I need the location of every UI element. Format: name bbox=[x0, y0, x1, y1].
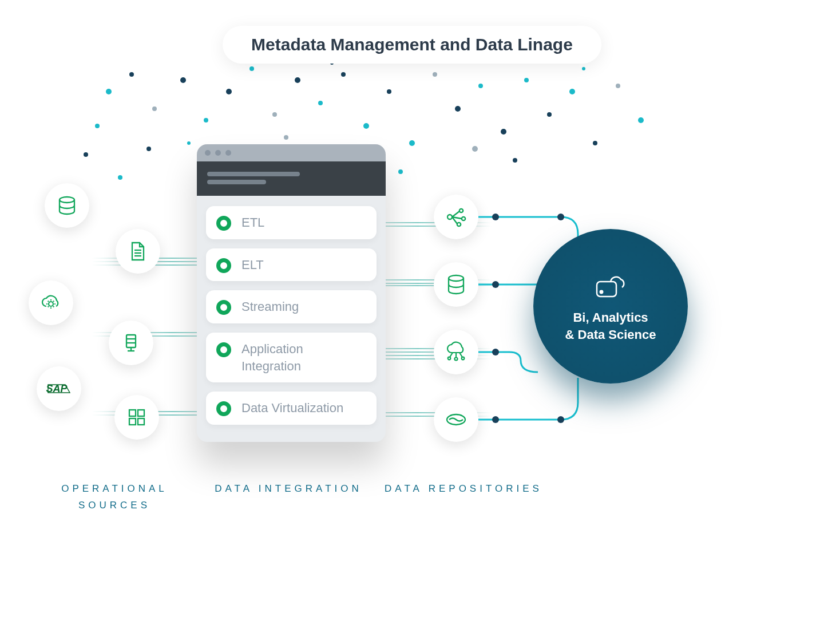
svg-rect-73 bbox=[597, 282, 616, 297]
integration-label: Data Virtualization bbox=[241, 400, 343, 417]
svg-rect-49 bbox=[138, 410, 144, 416]
svg-point-41 bbox=[49, 302, 53, 306]
integration-label: Application Integration bbox=[241, 341, 365, 374]
svg-line-62 bbox=[450, 353, 453, 357]
integration-item-etl: ETL bbox=[206, 206, 377, 239]
svg-point-8 bbox=[295, 77, 300, 83]
svg-point-6 bbox=[249, 66, 254, 71]
radio-icon bbox=[216, 300, 231, 315]
svg-point-25 bbox=[118, 175, 122, 180]
integration-list: ETL ELT Streaming Application Integratio… bbox=[197, 196, 386, 442]
sap-label: SAP bbox=[46, 383, 67, 395]
cloud-network-icon bbox=[434, 330, 478, 374]
svg-point-4 bbox=[204, 118, 208, 123]
svg-point-15 bbox=[455, 106, 461, 112]
bi-text-line1: Bi, Analytics bbox=[573, 310, 648, 325]
data-repositories-icons bbox=[434, 195, 502, 452]
radio-icon bbox=[216, 216, 231, 231]
cloud-gear-icon bbox=[29, 280, 73, 325]
svg-line-64 bbox=[459, 353, 462, 357]
svg-point-17 bbox=[501, 129, 506, 135]
file-icon bbox=[116, 229, 160, 274]
svg-rect-51 bbox=[138, 418, 144, 425]
datastore-icon bbox=[434, 262, 478, 307]
svg-point-3 bbox=[180, 77, 186, 83]
integration-label: ETL bbox=[241, 214, 264, 231]
svg-point-71 bbox=[557, 214, 564, 220]
svg-point-23 bbox=[638, 117, 644, 123]
bi-text-line2: & Data Science bbox=[565, 327, 656, 342]
diagram-title: Metadata Management and Data Linage bbox=[223, 26, 601, 64]
svg-point-74 bbox=[600, 291, 603, 293]
svg-rect-50 bbox=[129, 418, 136, 425]
svg-point-72 bbox=[557, 416, 564, 423]
svg-point-2 bbox=[152, 106, 157, 111]
bi-cloud-device-icon bbox=[593, 269, 628, 300]
radio-icon bbox=[216, 342, 231, 357]
integration-label: Streaming bbox=[241, 298, 299, 315]
radio-icon bbox=[216, 258, 231, 273]
svg-point-1 bbox=[129, 72, 134, 77]
integration-item-streaming: Streaming bbox=[206, 290, 377, 323]
svg-point-0 bbox=[106, 89, 112, 94]
svg-point-61 bbox=[455, 358, 458, 361]
data-lake-icon bbox=[434, 397, 478, 442]
data-integration-window: ETL ELT Streaming Application Integratio… bbox=[197, 144, 386, 442]
svg-point-52 bbox=[447, 215, 452, 219]
integration-item-elt: ELT bbox=[206, 248, 377, 282]
svg-point-33 bbox=[582, 67, 585, 70]
svg-point-31 bbox=[187, 141, 191, 145]
svg-point-18 bbox=[524, 78, 529, 82]
svg-point-65 bbox=[462, 357, 465, 360]
svg-point-28 bbox=[398, 169, 403, 174]
integration-item-app-integration: Application Integration bbox=[206, 333, 377, 382]
svg-point-63 bbox=[448, 357, 451, 360]
svg-point-37 bbox=[60, 197, 74, 203]
operational-sources-icons: SAP bbox=[29, 183, 177, 458]
svg-point-14 bbox=[433, 72, 437, 77]
app-grid-icon bbox=[114, 395, 159, 440]
svg-point-34 bbox=[472, 146, 478, 152]
svg-point-13 bbox=[409, 140, 415, 146]
graph-network-icon bbox=[434, 195, 478, 239]
svg-point-59 bbox=[449, 275, 464, 281]
svg-point-36 bbox=[84, 152, 88, 157]
svg-rect-48 bbox=[129, 410, 136, 416]
svg-point-9 bbox=[318, 101, 323, 105]
svg-point-21 bbox=[593, 141, 597, 145]
svg-point-29 bbox=[513, 158, 517, 163]
window-titlebar bbox=[197, 144, 386, 161]
svg-point-54 bbox=[462, 217, 465, 220]
svg-point-27 bbox=[284, 135, 288, 140]
svg-point-5 bbox=[226, 89, 232, 94]
svg-point-11 bbox=[363, 123, 369, 129]
integration-item-data-virtualization: Data Virtualization bbox=[206, 392, 377, 425]
svg-point-19 bbox=[547, 112, 552, 117]
bi-analytics-circle: Bi, Analytics & Data Science bbox=[533, 229, 688, 384]
svg-point-24 bbox=[146, 147, 151, 151]
svg-point-16 bbox=[478, 84, 483, 88]
svg-line-56 bbox=[452, 211, 459, 217]
window-menubar bbox=[197, 161, 386, 196]
svg-point-7 bbox=[272, 112, 277, 117]
radio-icon bbox=[216, 401, 231, 416]
svg-rect-42 bbox=[126, 335, 136, 347]
column-label-operational-sources: OPERATIONAL SOURCES bbox=[40, 481, 189, 514]
svg-point-10 bbox=[341, 72, 346, 77]
svg-point-12 bbox=[387, 89, 391, 94]
integration-label: ELT bbox=[241, 256, 264, 274]
svg-point-20 bbox=[569, 89, 575, 94]
svg-point-55 bbox=[457, 223, 461, 226]
column-label-data-integration: DATA INTEGRATION bbox=[214, 481, 363, 497]
svg-point-53 bbox=[459, 209, 463, 212]
database-icon bbox=[45, 183, 89, 228]
server-icon bbox=[109, 321, 153, 365]
svg-point-30 bbox=[95, 124, 100, 128]
column-label-data-repositories: DATA REPOSITORIES bbox=[378, 481, 549, 497]
sap-icon: SAP bbox=[37, 366, 81, 411]
svg-point-22 bbox=[616, 84, 620, 88]
